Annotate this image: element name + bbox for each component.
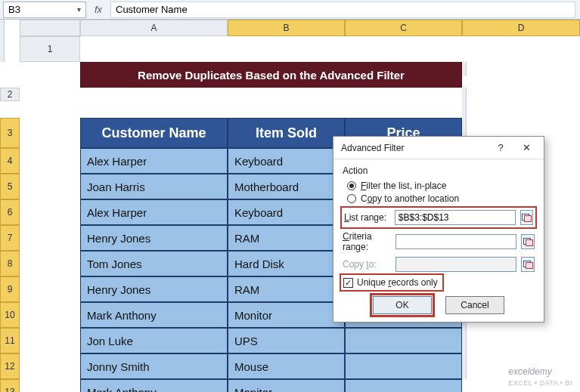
pane-gutter — [0, 20, 5, 36]
formula-input[interactable]: Customer Name — [110, 2, 575, 18]
checkbox-icon — [343, 278, 353, 288]
table-cell-name[interactable]: Joan Harris — [80, 174, 228, 199]
cancel-button[interactable]: Cancel — [445, 296, 504, 314]
action-group-label: Action — [343, 165, 535, 176]
cell[interactable] — [20, 148, 80, 174]
title-banner: Remove Duplicates Based on the Advanced … — [80, 62, 462, 88]
row-header[interactable]: 11 — [0, 328, 20, 353]
row-header[interactable]: 10 — [0, 302, 20, 328]
row-header[interactable]: 6 — [0, 199, 20, 225]
cell[interactable] — [20, 225, 80, 251]
table-cell-name[interactable]: Alex Harper — [80, 199, 228, 225]
col-header-B[interactable]: B — [228, 20, 345, 36]
row-header[interactable]: 1 — [20, 36, 80, 62]
row-header[interactable]: 5 — [0, 174, 20, 199]
table-cell-item[interactable]: RAM — [228, 276, 345, 302]
cell[interactable] — [20, 251, 80, 276]
dialog-body: Action Filter the list, in-place Copy to… — [333, 159, 544, 322]
row-header[interactable]: 8 — [0, 251, 20, 276]
table-cell-item[interactable]: Keyboard — [228, 199, 345, 225]
dialog-titlebar[interactable]: Advanced Filter ? ✕ — [333, 137, 544, 159]
watermark: exceldemy EXCEL • DATA • BI — [508, 366, 572, 387]
table-cell-name[interactable]: Henry Jones — [80, 276, 228, 302]
pane-gutter — [462, 353, 467, 379]
col-header-C[interactable]: C — [345, 20, 462, 36]
close-icon[interactable]: ✕ — [513, 140, 539, 156]
table-cell-name[interactable]: Mark Anthony — [80, 302, 228, 328]
range-picker-icon[interactable] — [521, 234, 535, 249]
col-header-D[interactable]: D — [462, 20, 580, 36]
radio-filter-inplace[interactable]: Filter the list, in-place — [347, 181, 535, 191]
pane-gutter — [462, 328, 467, 353]
table-cell-price[interactable] — [345, 328, 462, 353]
table-cell-item[interactable]: RAM — [228, 225, 345, 251]
table-cell-item[interactable]: Motherboard — [228, 174, 345, 199]
copy-to-row: Copy to: — [343, 257, 535, 272]
table-cell-price[interactable] — [345, 379, 462, 392]
table-cell-name[interactable]: Henry Jones — [80, 225, 228, 251]
formula-bar: B3 ▾ fx Customer Name — [0, 0, 580, 20]
radio-copy-to-location[interactable]: Copy to another location — [347, 193, 535, 204]
table-header-item[interactable]: Item Sold — [228, 118, 345, 148]
criteria-range-input[interactable] — [395, 234, 516, 249]
table-cell-price[interactable] — [345, 353, 462, 379]
ok-button[interactable]: OK — [373, 296, 432, 314]
col-header-A[interactable]: A — [80, 20, 228, 36]
radio-label: Copy to another location — [361, 193, 459, 204]
cell[interactable] — [20, 174, 80, 199]
watermark-sub: EXCEL • DATA • BI — [508, 379, 572, 387]
name-box-value: B3 — [8, 4, 77, 15]
cell[interactable] — [345, 88, 462, 101]
row-header[interactable]: 2 — [0, 88, 20, 101]
cell[interactable] — [20, 276, 80, 302]
cell[interactable] — [20, 353, 80, 379]
row-header[interactable]: 4 — [0, 148, 20, 174]
table-cell-name[interactable]: Alex Harper — [80, 148, 228, 174]
formula-value: Customer Name — [116, 4, 188, 15]
table-header-name[interactable]: Customer Name — [80, 118, 228, 148]
list-range-input[interactable] — [395, 210, 516, 225]
table-cell-name[interactable]: Jon Luke — [80, 328, 228, 353]
cell[interactable] — [20, 379, 80, 392]
help-icon[interactable]: ? — [488, 140, 513, 156]
table-cell-item[interactable]: Keyboard — [228, 148, 345, 174]
pane-gutter — [0, 36, 5, 62]
cell[interactable] — [80, 36, 228, 62]
row-header[interactable]: 13 — [0, 379, 20, 392]
select-all-corner[interactable] — [20, 20, 80, 36]
table-cell-item[interactable]: Monitor — [228, 379, 345, 392]
cell[interactable] — [20, 302, 80, 328]
list-range-label: List range: — [344, 212, 390, 223]
pane-gutter — [462, 62, 467, 76]
cell[interactable] — [20, 118, 80, 148]
unique-records-label: Unique records only — [357, 277, 438, 288]
table-cell-name[interactable]: Mark Anthony — [80, 379, 228, 392]
name-box[interactable]: B3 ▾ — [3, 2, 86, 18]
range-picker-icon — [521, 257, 535, 272]
row-header[interactable]: 9 — [0, 276, 20, 302]
cell[interactable] — [20, 199, 80, 225]
cell[interactable] — [228, 88, 345, 101]
cell[interactable] — [80, 88, 228, 101]
fx-icon[interactable]: fx — [86, 4, 110, 15]
table-cell-name[interactable]: Tom Jones — [80, 251, 228, 276]
pane-gutter — [462, 88, 467, 118]
table-cell-item[interactable]: Mouse — [228, 353, 345, 379]
dialog-button-row: OK Cancel — [343, 296, 535, 314]
copy-to-label: Copy to: — [343, 259, 391, 270]
unique-records-checkbox[interactable]: Unique records only — [343, 276, 441, 289]
table-cell-item[interactable]: Monitor — [228, 302, 345, 328]
table-cell-item[interactable]: Hard Disk — [228, 251, 345, 276]
radio-icon — [347, 181, 356, 190]
row-header[interactable]: 12 — [0, 353, 20, 379]
chevron-down-icon[interactable]: ▾ — [77, 5, 81, 14]
table-cell-name[interactable]: Jonny Smith — [80, 353, 228, 379]
row-header[interactable]: 3 — [0, 118, 20, 148]
range-picker-icon[interactable] — [520, 210, 533, 225]
cell[interactable] — [20, 88, 80, 101]
table-cell-item[interactable]: UPS — [228, 328, 345, 353]
row-header[interactable]: 7 — [0, 225, 20, 251]
cell[interactable] — [20, 328, 80, 353]
radio-label: Filter the list, in-place — [361, 181, 446, 191]
criteria-range-label: Criteria range: — [343, 231, 391, 252]
